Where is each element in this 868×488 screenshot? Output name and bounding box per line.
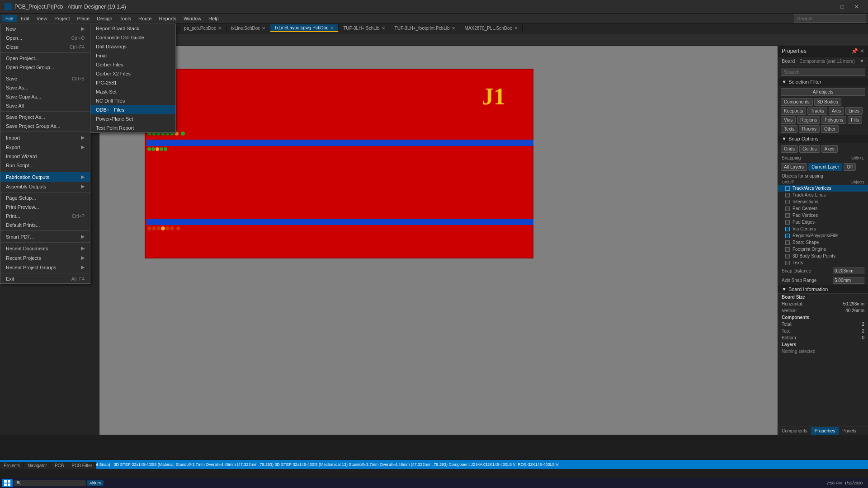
menu-view[interactable]: View xyxy=(33,15,51,22)
snap-3d-body[interactable]: 3D Body Snap Points xyxy=(778,253,868,259)
menu-open-project-group[interactable]: Open Project Group... xyxy=(0,63,90,72)
btn-axes[interactable]: Axes xyxy=(821,145,838,153)
tab-panels-panel[interactable]: Panels xyxy=(839,427,860,435)
btn-grids[interactable]: Grids xyxy=(781,145,798,153)
btn-lines[interactable]: Lines xyxy=(845,107,863,115)
menu-file[interactable]: File xyxy=(2,15,17,22)
btab-pcb[interactable]: PCB xyxy=(51,462,68,469)
menu-exit[interactable]: ExitAlt+F4 xyxy=(0,274,90,283)
menu-save[interactable]: SaveCtrl+S xyxy=(0,74,90,83)
canvas-area[interactable]: J1 xyxy=(99,46,778,435)
menu-search-input[interactable] xyxy=(794,14,866,23)
btn-current-layer[interactable]: Current Layer xyxy=(808,163,842,171)
menu-assembly-outputs[interactable]: Assembly Outputs▶ xyxy=(0,182,90,191)
btn-off[interactable]: Off xyxy=(844,163,856,171)
menu-run-script[interactable]: Run Script... xyxy=(0,161,90,170)
tab-tuf-pcblib[interactable]: TUF-3LH+_footprint.PcbLib✕ xyxy=(390,25,460,32)
taskbar-search[interactable]: 🔍 xyxy=(14,480,86,486)
btn-all-objects[interactable]: All objects xyxy=(781,88,865,96)
btn-rooms[interactable]: Rooms xyxy=(799,125,820,133)
submenu-test-point[interactable]: Test Point Report xyxy=(90,123,175,132)
btn-guides[interactable]: Guides xyxy=(799,145,820,153)
minimize-button[interactable]: ─ xyxy=(821,2,835,11)
menu-page-setup[interactable]: Page Setup... xyxy=(0,193,90,202)
menu-fab-outputs[interactable]: Fabrication Outputs▶ xyxy=(0,172,90,182)
menu-print-preview[interactable]: Print Preview... xyxy=(0,202,90,211)
snap-track-arcs-vertices[interactable]: Track/Arcs Vertices xyxy=(778,185,868,192)
btn-fills[interactable]: Fills xyxy=(848,116,862,124)
snap-board-shape[interactable]: Board Shape xyxy=(778,239,868,246)
submenu-odb-files[interactable]: ODB++ Files xyxy=(90,105,175,114)
snap-texts[interactable]: Texts xyxy=(778,259,868,266)
menu-recent-projects[interactable]: Recent Projects▶ xyxy=(0,253,90,263)
props-pin-icon[interactable]: 📌 xyxy=(851,48,858,54)
menu-project[interactable]: Project xyxy=(51,15,73,22)
tab-txline[interactable]: txLine.SchDoc✕ xyxy=(226,25,270,32)
menu-import-wizard[interactable]: Import Wizard xyxy=(0,152,90,161)
menu-tools[interactable]: Tools xyxy=(116,15,135,22)
btn-regions[interactable]: Regions xyxy=(797,116,820,124)
btab-navigator[interactable]: Navigator xyxy=(24,462,51,469)
tab-components-panel[interactable]: Components xyxy=(778,427,811,435)
btn-tracks[interactable]: Tracks xyxy=(807,107,827,115)
snap-options-header[interactable]: ▼ Snap Options xyxy=(778,135,868,143)
submenu-drill-drawings[interactable]: Drill Drawings xyxy=(90,42,175,51)
snap-regions-fills[interactable]: Regions/Polygons/Fills xyxy=(778,232,868,239)
submenu-report-board-stack[interactable]: Report Board Stack xyxy=(90,24,175,33)
start-button[interactable] xyxy=(2,479,13,487)
btn-polygons[interactable]: Polygons xyxy=(821,116,846,124)
filter-icon[interactable]: ▼ xyxy=(859,58,864,64)
menu-open[interactable]: Open...Ctrl+O xyxy=(0,33,90,42)
tab-properties-panel[interactable]: Properties xyxy=(811,427,839,435)
menu-close[interactable]: CloseCtrl+F4 xyxy=(0,42,90,52)
snap-pad-edges[interactable]: Pad Edges xyxy=(778,219,868,225)
menu-new[interactable]: New▶ xyxy=(0,24,90,33)
selection-filter-header[interactable]: ▼ Selection Filter xyxy=(778,78,868,86)
menu-save-project-as[interactable]: Save Project As... xyxy=(0,113,90,122)
props-close-icon[interactable]: ✕ xyxy=(860,48,864,54)
axis-snap-input[interactable] xyxy=(833,277,864,284)
props-search-input[interactable] xyxy=(781,68,865,76)
menu-save-as[interactable]: Save As... xyxy=(0,83,90,92)
btn-arcs[interactable]: Arcs xyxy=(829,107,844,115)
btab-pcb-filter[interactable]: PCB Filter xyxy=(68,462,97,469)
menu-import[interactable]: Import▶ xyxy=(0,133,90,142)
submenu-ipc-2581[interactable]: IPC-2581 xyxy=(90,78,175,87)
btn-keepouts[interactable]: Keepouts xyxy=(781,107,806,115)
menu-save-project-group-as[interactable]: Save Project Group As... xyxy=(0,122,90,131)
submenu-power-plane[interactable]: Power-Plane Set xyxy=(90,114,175,123)
btn-components[interactable]: Components xyxy=(781,98,813,106)
menu-open-project[interactable]: Open Project... xyxy=(0,54,90,63)
menu-default-prints[interactable]: Default Prints... xyxy=(0,221,90,230)
menu-save-all[interactable]: Save All xyxy=(0,101,90,110)
menu-recent-docs[interactable]: Recent Documents▶ xyxy=(0,244,90,253)
tab-max2870[interactable]: MAX2870_PLL.SchDoc✕ xyxy=(460,25,523,32)
submenu-final[interactable]: Final xyxy=(90,51,175,60)
tab-txline-layout[interactable]: txLineLayoutcpwg.PcbDoc✕ xyxy=(270,24,339,32)
snap-footprint-origins[interactable]: Footprint Origins xyxy=(778,246,868,253)
snap-distance-input[interactable] xyxy=(833,267,864,274)
btab-projects[interactable]: Projects xyxy=(0,462,24,469)
tab-tuf-schlib[interactable]: TUF-3LH+.SchLib✕ xyxy=(339,25,390,32)
close-button[interactable]: ✕ xyxy=(850,2,863,11)
btn-all-layers[interactable]: All Layers xyxy=(781,163,807,171)
btn-vias[interactable]: Vias xyxy=(781,116,796,124)
btn-texts[interactable]: Texts xyxy=(781,125,797,133)
snap-pad-centers[interactable]: Pad Centers xyxy=(778,205,868,212)
menu-reports[interactable]: Reports xyxy=(155,15,180,22)
tab-pa-pcb[interactable]: pa_pcb.PcbDoc✕ xyxy=(179,25,226,32)
snap-via-centers[interactable]: Via Centers xyxy=(778,225,868,232)
menu-export[interactable]: Export▶ xyxy=(0,142,90,152)
taskbar-altium[interactable]: Altium xyxy=(87,480,104,486)
submenu-nc-drill[interactable]: NC Drill Files xyxy=(90,96,175,105)
menu-recent-project-groups[interactable]: Recent Project Groups▶ xyxy=(0,263,90,272)
board-info-header[interactable]: ▼ Board Information xyxy=(778,285,868,294)
snap-intersections[interactable]: Intersections xyxy=(778,198,868,205)
menu-window[interactable]: Window xyxy=(180,15,205,22)
menu-place[interactable]: Place xyxy=(74,15,94,22)
menu-design[interactable]: Design xyxy=(93,15,116,22)
menu-route[interactable]: Route xyxy=(135,15,155,22)
submenu-composite-drill[interactable]: Composite Drill Guide xyxy=(90,33,175,42)
submenu-mask-set[interactable]: Mask Set xyxy=(90,87,175,96)
submenu-gerber-x2[interactable]: Gerber X2 Files xyxy=(90,69,175,78)
